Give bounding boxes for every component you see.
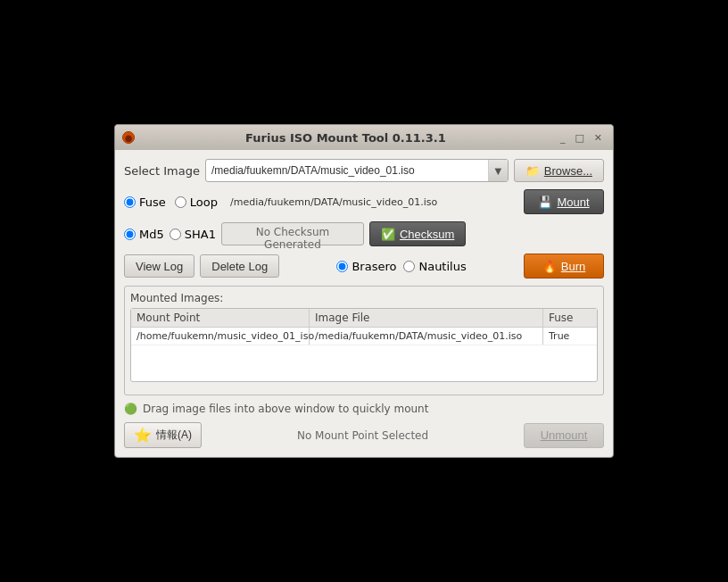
fuse-label: Fuse <box>139 195 166 209</box>
sha1-radio-group[interactable]: SHA1 <box>170 228 216 241</box>
view-log-button[interactable]: View Log <box>124 254 194 278</box>
unmount-label: Unmount <box>541 428 588 442</box>
close-x-button[interactable]: ✕ <box>591 131 606 145</box>
loop-label: Loop <box>190 195 218 209</box>
checksum-icon: ✅ <box>381 228 395 241</box>
loop-radio[interactable] <box>175 196 186 208</box>
md5-label: Md5 <box>139 228 164 241</box>
titlebar: ● Furius ISO Mount Tool 0.11.3.1 _ □ ✕ <box>115 125 613 150</box>
checksum-button[interactable]: ✅ Checksum <box>369 221 466 246</box>
brasero-radio[interactable] <box>336 261 348 272</box>
nautilus-label: Nautilus <box>418 260 466 273</box>
md5-radio-group[interactable]: Md5 <box>124 228 164 241</box>
md5-radio[interactable] <box>124 229 136 240</box>
info-label: 情報(A) <box>156 428 192 443</box>
unmount-button[interactable]: Unmount <box>524 423 604 448</box>
delete-log-label: Delete Log <box>211 260 268 273</box>
select-image-row: Select Image ▼ 📁 Browse... <box>124 159 604 182</box>
col-header-mount-point: Mount Point <box>131 309 310 327</box>
window-title: Furius ISO Mount Tool 0.11.3.1 <box>135 131 557 145</box>
mount-icon: 💾 <box>538 195 552 209</box>
mount-button[interactable]: 💾 Mount <box>524 189 604 214</box>
image-path-input[interactable] <box>206 160 488 181</box>
burn-icon: 🔥 <box>542 260 557 273</box>
browse-label: Browse... <box>544 164 592 178</box>
drag-icon: 🟢 <box>124 403 137 415</box>
checksum-row: Md5 SHA1 No Checksum Generated ✅ Checksu… <box>124 221 604 246</box>
brasero-radio-group[interactable]: Brasero <box>336 260 396 273</box>
fuse-loop-row: Fuse Loop /media/fuukemn/DATA/music_vide… <box>124 189 604 214</box>
checksum-display: No Checksum Generated <box>221 222 364 245</box>
cell-image-file: /media/fuukemn/DATA/music_video_01.iso <box>310 328 543 345</box>
star-icon: ⭐ <box>134 427 152 444</box>
fuse-loop-section: Fuse Loop /media/fuukemn/DATA/music_vide… <box>124 195 518 209</box>
mount-label: Mount <box>557 195 589 209</box>
table-row[interactable]: /home/fuukemn/music_video_01_iso /media/… <box>131 328 597 345</box>
close-button[interactable]: ● <box>122 131 135 144</box>
burn-section: Brasero Nautilus <box>285 260 518 273</box>
no-mount-text: No Mount Point Selected <box>297 429 428 442</box>
burn-button[interactable]: 🔥 Burn <box>524 254 604 279</box>
table-header: Mount Point Image File Fuse <box>131 309 597 328</box>
sha1-label: SHA1 <box>185 228 216 241</box>
col-header-image-file: Image File <box>310 309 543 327</box>
fuse-radio-group[interactable]: Fuse <box>124 195 166 209</box>
mounted-images-container: Mounted Images: Mount Point Image File F… <box>124 286 604 395</box>
table-body: /home/fuukemn/music_video_01_iso /media/… <box>131 328 597 381</box>
bottom-row: ⭐ 情報(A) No Mount Point Selected Unmount <box>124 422 604 448</box>
maximize-button[interactable]: □ <box>571 131 587 145</box>
log-buttons: View Log Delete Log <box>124 254 279 278</box>
brasero-label: Brasero <box>352 260 396 273</box>
delete-log-button[interactable]: Delete Log <box>200 254 279 278</box>
image-path-combo[interactable]: ▼ <box>205 159 509 182</box>
loop-radio-group[interactable]: Loop <box>175 195 218 209</box>
md5-sha1-section: Md5 SHA1 No Checksum Generated <box>124 222 364 245</box>
mounted-images-legend: Mounted Images: <box>130 292 598 304</box>
app-window: ● Furius ISO Mount Tool 0.11.3.1 _ □ ✕ S… <box>114 124 614 458</box>
nautilus-radio[interactable] <box>403 261 415 272</box>
titlebar-controls: _ □ ✕ <box>557 131 606 145</box>
nautilus-radio-group[interactable]: Nautilus <box>403 260 466 273</box>
content-area: Select Image ▼ 📁 Browse... Fuse Loop <box>115 150 613 457</box>
col-header-fuse: Fuse <box>543 309 597 327</box>
mount-path-display: /media/fuukemn/DATA/music_video_01.iso <box>227 196 518 208</box>
burn-label: Burn <box>561 260 585 273</box>
view-log-label: View Log <box>136 260 183 273</box>
minimize-button[interactable]: _ <box>557 131 569 145</box>
select-image-label: Select Image <box>124 164 200 178</box>
sha1-radio[interactable] <box>170 229 181 240</box>
browse-icon: 📁 <box>525 164 540 178</box>
mounted-images-table: Mount Point Image File Fuse /home/fuukem… <box>130 308 598 382</box>
browse-button[interactable]: 📁 Browse... <box>514 159 604 182</box>
combo-dropdown-arrow[interactable]: ▼ <box>488 160 508 181</box>
cell-mount-point: /home/fuukemn/music_video_01_iso <box>131 328 310 345</box>
cell-fuse: True <box>543 328 597 345</box>
drag-hint: 🟢 Drag image files into above window to … <box>124 403 604 415</box>
info-button[interactable]: ⭐ 情報(A) <box>124 422 202 448</box>
fuse-radio[interactable] <box>124 196 136 208</box>
checksum-label: Checksum <box>400 228 454 241</box>
drag-hint-text: Drag image files into above window to qu… <box>143 403 428 415</box>
log-burn-row: View Log Delete Log Brasero Nautilus 🔥 B <box>124 254 604 279</box>
